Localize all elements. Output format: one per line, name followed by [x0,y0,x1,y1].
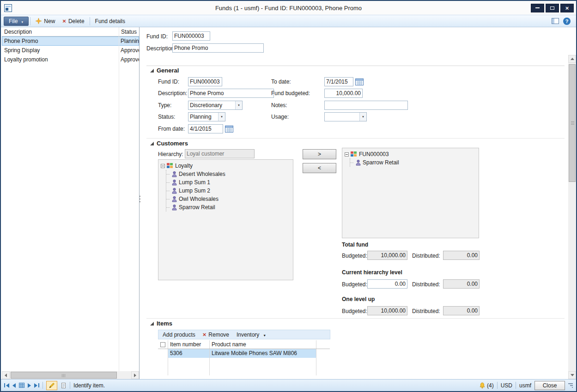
last-record-button[interactable] [34,383,39,388]
type-label: Type: [158,102,171,109]
edit-mode-toggle[interactable] [46,381,57,390]
panel-splitter[interactable] [138,196,141,202]
company-indicator[interactable]: usmf [519,382,531,389]
tree-node-customer[interactable]: Lump Sum 1 [166,178,292,187]
fund-budgeted-input[interactable] [324,89,363,98]
currency-indicator[interactable]: USD [501,382,512,389]
person-icon [356,160,361,166]
distributed-label: Distributed: [412,253,440,259]
move-left-button[interactable]: < [303,163,336,173]
resize-grip[interactable] [568,383,573,388]
toolbar-divider [90,17,90,25]
new-button[interactable]: New [32,16,59,26]
dropdown-arrow-icon[interactable] [359,113,366,121]
vertical-scrollbar[interactable] [568,55,576,379]
scroll-left-button[interactable] [2,371,10,379]
chevron-down-icon [21,18,24,24]
grid-icon [19,383,24,388]
app-icon [4,4,12,12]
column-header-item-number[interactable]: Item number [168,340,210,349]
tree-node-customer[interactable]: Sparrow Retail [350,158,477,167]
select-all-checkbox[interactable] [160,342,165,347]
one-level-up-budgeted [367,306,407,315]
remove-button[interactable]: × Remove [203,332,229,338]
tree-node-customer[interactable]: Lump Sum 2 [166,187,292,195]
alert-count: (4) [487,382,494,389]
customers-section-header[interactable]: Customers [150,140,188,147]
maximize-button[interactable] [546,4,559,12]
fund-target-tree[interactable]: FUN000003 Sparrow Retail [342,148,479,238]
dropdown-arrow-icon[interactable] [218,113,225,121]
items-section-header[interactable]: Items [150,320,172,327]
tree-node-customer[interactable]: Owl Wholesales [166,195,292,203]
tree-node-root[interactable]: FUN000003 [344,150,477,158]
description-input[interactable] [172,43,264,53]
fund-id-input[interactable] [172,31,210,41]
collapse-icon[interactable] [345,152,349,157]
app-window: Funds (1 - usmf) - Fund ID: FUN000003, P… [0,0,577,392]
record-info-button[interactable] [61,382,67,389]
tree-node-customer[interactable]: Desert Wholesales [166,170,292,178]
status-bar: Identify item. (4) USD usmf Close [1,379,576,391]
layout-icon[interactable] [552,18,559,24]
grid-view-button[interactable] [19,383,24,388]
to-date-label: To date: [271,78,291,85]
calendar-icon[interactable] [225,125,233,133]
scrollbar-thumb[interactable] [11,372,117,379]
previous-record-button[interactable] [12,383,16,388]
file-menu-button[interactable]: File [4,17,29,26]
general-fund-id-input[interactable] [188,77,222,86]
close-form-button[interactable]: Close [534,381,565,390]
close-icon: × [565,5,569,11]
customer-source-tree[interactable]: Loyalty Desert Wholesales Lump Sum 1 Lum… [158,159,293,280]
help-icon[interactable]: ? [563,18,571,25]
usage-select[interactable] [324,112,367,121]
tree-node-label: Sparrow Retail [179,204,215,211]
scroll-down-button[interactable] [568,371,576,379]
column-header-product-name[interactable]: Product name [210,340,316,349]
current-level-distributed [443,279,480,289]
statusbar-divider [516,382,516,389]
general-section-header[interactable]: General [150,67,179,74]
tree-node-label: Desert Wholesales [179,171,225,177]
collapse-icon[interactable] [161,164,165,168]
person-icon [172,196,177,202]
statusbar-divider [70,382,70,389]
from-date-input[interactable] [188,124,223,133]
move-right-button[interactable]: > [303,149,336,159]
scrollbar-thumb[interactable] [569,64,576,182]
general-description-input[interactable] [188,89,274,98]
current-level-budgeted-input[interactable] [367,279,407,289]
description-label: Description: [146,45,176,52]
fund-status: Approved [119,47,139,54]
status-select[interactable]: Planning [188,112,225,121]
next-record-button[interactable] [28,383,31,388]
close-button[interactable]: × [560,4,574,12]
delete-button-label: Delete [68,18,85,24]
inventory-menu-button[interactable]: Inventory [237,332,266,338]
chevron-down-icon [261,332,266,338]
type-select[interactable]: Discretionary [188,101,243,110]
tree-node-customer[interactable]: Sparrow Retail [166,203,292,211]
scroll-right-button[interactable] [131,371,139,379]
statusbar-divider [43,382,43,389]
scroll-up-button[interactable] [568,55,576,63]
column-header-status[interactable]: Status [119,27,139,36]
fund-details-button[interactable]: Fund details [91,16,129,26]
person-icon [172,205,177,211]
minimize-button[interactable] [531,4,544,12]
notifications-button[interactable]: (4) [479,382,494,389]
to-date-input[interactable] [324,77,353,86]
delete-button[interactable]: × Delete [59,16,88,26]
title-bar: Funds (1 - usmf) - Fund ID: FUN000003, P… [1,1,576,15]
add-products-button[interactable]: Add products [163,332,195,338]
column-header-description[interactable]: Description [2,27,119,36]
tree-node-root[interactable]: Loyalty [160,162,292,170]
first-record-button[interactable] [4,383,9,388]
calendar-icon[interactable] [355,78,364,85]
horizontal-scrollbar[interactable] [2,371,139,379]
section-divider [146,138,565,139]
notes-input[interactable] [324,101,408,110]
dropdown-arrow-icon[interactable] [235,101,242,109]
item-row[interactable]: 5306 Litware Mobile Phones SAW M806 [158,349,330,358]
